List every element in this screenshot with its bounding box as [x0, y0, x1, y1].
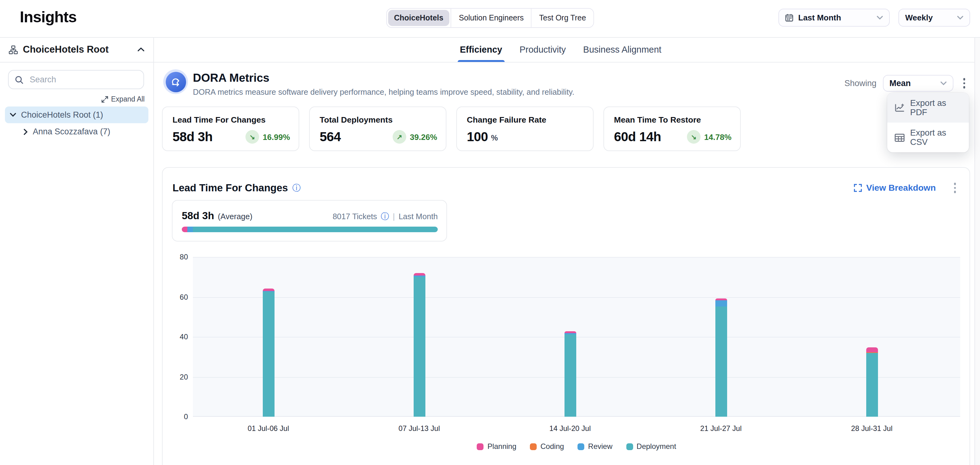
bar-3-deployment: [564, 334, 576, 417]
section-kebab-menu-button[interactable]: [950, 180, 959, 195]
trend-down-icon: ↘: [687, 130, 700, 144]
bar-4-review: [715, 300, 727, 307]
calendar-icon: [785, 14, 793, 22]
legend-swatch-deployment: [626, 443, 633, 450]
dora-metrics-icon: [163, 69, 188, 94]
chevron-down-icon: [877, 16, 883, 20]
lead-time-summary-card: 58d 3h (Average) 8017 Tickets ⓘ | Last M…: [172, 200, 447, 241]
y-tick-60: 60: [162, 292, 188, 301]
bar-3-review: [564, 333, 576, 334]
sidebar-header: ChoiceHotels Root: [0, 37, 153, 62]
collapse-chevron-up-icon[interactable]: [137, 47, 145, 52]
section-title: Lead Time For Changes: [172, 182, 288, 194]
org-tree-icon: [9, 45, 18, 54]
x-axis-labels: 01 Jul-06 Jul07 Jul-13 Jul14 Jul-20 Jul2…: [193, 424, 960, 434]
legend-item-review[interactable]: Review: [578, 442, 612, 451]
info-icon[interactable]: ⓘ: [293, 184, 301, 192]
bar-1-planning: [262, 289, 274, 291]
y-tick-40: 40: [162, 332, 188, 341]
bar-5-review: [866, 353, 878, 353]
legend-item-coding[interactable]: Coding: [530, 442, 564, 451]
info-icon[interactable]: ⓘ: [381, 213, 389, 221]
y-tick-20: 20: [162, 372, 188, 381]
sidebar-title: ChoiceHotels Root: [23, 44, 132, 55]
x-tick-3: 14 Jul-20 Jul: [527, 424, 613, 433]
showing-label: Showing: [844, 78, 877, 88]
header-controls: Last Month Weekly: [778, 9, 970, 27]
bar-4-deployment: [715, 307, 727, 417]
menu-item-export-pdf[interactable]: Export as PDF: [887, 93, 969, 123]
org-tab-solution-engineers[interactable]: Solution Engineers: [451, 9, 532, 27]
chart-line-icon: [895, 104, 905, 112]
metric-card-total-deployments: Total Deployments 564 ↗ 39.26%: [309, 107, 446, 151]
bar-4-planning: [715, 299, 727, 300]
metric-cards-row: Lead Time For Changes 58d 3h ↘ 16.99% To…: [162, 107, 741, 151]
tab-productivity[interactable]: Productivity: [519, 37, 566, 62]
bar-2-planning: [413, 273, 425, 276]
menu-item-export-csv[interactable]: Export as CSV: [887, 123, 969, 152]
view-breakdown-button[interactable]: View Breakdown: [854, 183, 936, 193]
dora-metrics-title: DORA Metrics: [193, 71, 269, 85]
x-tick-1: 01 Jul-06 Jul: [225, 424, 312, 433]
showing-select-value: Mean: [889, 78, 911, 88]
legend-item-deployment[interactable]: Deployment: [626, 442, 676, 451]
phase-segment-review: [187, 227, 193, 232]
granularity-select-value: Weekly: [905, 13, 933, 22]
phase-distribution-bar: [182, 227, 438, 232]
delta-badge: ↘ 16.99%: [245, 130, 290, 144]
lead-time-section: Lead Time For Changes ⓘ View Breakdown 5…: [162, 167, 970, 465]
table-icon: [895, 133, 905, 142]
tickets-count: 8017 Tickets: [332, 212, 377, 221]
legend-item-planning[interactable]: Planning: [477, 442, 516, 451]
metric-card-change-failure-rate: Change Failure Rate 100 %: [456, 107, 593, 151]
y-axis-labels: 020406080: [162, 257, 188, 417]
org-tab-test-org-tree[interactable]: Test Org Tree: [532, 9, 593, 27]
bar-1-review: [262, 291, 274, 292]
sidebar: ChoiceHotels Root Expand All ChoiceHotel…: [0, 37, 154, 465]
page-title: Insights: [20, 8, 77, 26]
showing-select[interactable]: Mean: [883, 75, 953, 92]
x-tick-2: 07 Jul-13 Jul: [376, 424, 463, 433]
metric-value: 564: [320, 129, 341, 144]
showing-controls: Showing Mean: [844, 75, 969, 92]
bar-2-deployment: [413, 276, 425, 417]
bar-2-review: [413, 276, 425, 277]
gridline-40: [193, 337, 960, 337]
tab-business-alignment[interactable]: Business Alignment: [583, 37, 661, 62]
expand-corners-icon: [854, 184, 862, 192]
insights-page: Insights ChoiceHotels Solution Engineers…: [0, 0, 980, 465]
org-tab-choicehotels[interactable]: ChoiceHotels: [388, 10, 450, 26]
search-input[interactable]: [29, 74, 137, 85]
period-select[interactable]: Last Month: [778, 9, 890, 27]
y-tick-80: 80: [162, 252, 188, 261]
chart-legend: PlanningCodingReviewDeployment: [193, 442, 960, 451]
bar-5-coding: [866, 352, 878, 353]
tree-item-choicehotels-root[interactable]: ChoiceHotels Root (1): [5, 107, 148, 123]
granularity-select[interactable]: Weekly: [898, 9, 970, 27]
phase-segment-deployment: [193, 227, 438, 232]
iteration-cycle-icon: [165, 72, 186, 92]
tree-item-anna-scozzafava[interactable]: Anna Scozzafava (7): [5, 123, 148, 140]
trend-up-icon: ↗: [393, 130, 406, 144]
delta-badge: ↗ 39.26%: [393, 130, 437, 144]
lead-time-bar-chart: [193, 257, 960, 417]
vertical-scrollbar[interactable]: [974, 37, 980, 465]
tab-efficiency[interactable]: Efficiency: [460, 37, 502, 62]
top-header: Insights ChoiceHotels Solution Engineers…: [0, 0, 980, 38]
metric-card-mean-time-to-restore: Mean Time To Restore 60d 14h ↘ 14.78%: [603, 107, 741, 151]
phase-segment-planning: [182, 227, 187, 232]
gridline-80: [193, 257, 960, 257]
bar-5-deployment: [866, 353, 878, 417]
org-tab-group: ChoiceHotels Solution Engineers Test Org…: [386, 8, 594, 28]
dora-kebab-menu-button[interactable]: [959, 76, 969, 91]
x-tick-5: 28 Jul-31 Jul: [829, 424, 915, 433]
gridline-60: [193, 297, 960, 297]
metric-value: 58d 3h: [172, 129, 212, 144]
chevron-down-icon: [940, 81, 946, 85]
summary-average-value: 58d 3h: [182, 210, 214, 222]
export-menu: Export as PDF Export as CSV: [887, 93, 969, 152]
x-tick-4: 21 Jul-27 Jul: [678, 424, 764, 433]
chevron-down-icon: [10, 113, 16, 117]
expand-all-button[interactable]: Expand All: [101, 95, 145, 103]
trend-down-icon: ↘: [245, 130, 259, 144]
